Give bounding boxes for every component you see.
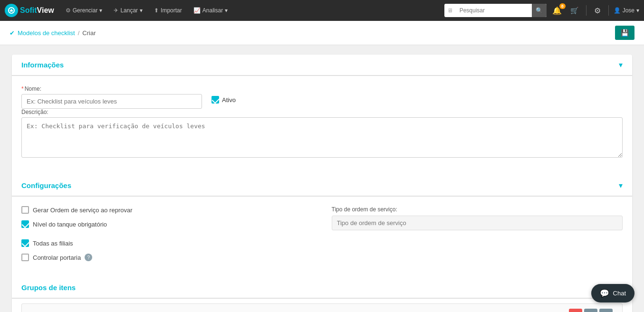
chat-label: Chat [613, 290, 626, 297]
section-grupos-title: Grupos de itens [21, 284, 76, 292]
gerar-ordem-label[interactable]: Gerar Ordem de serviço ao reprovar [33, 207, 133, 214]
nome-required: * [21, 85, 24, 92]
nav-gerenciar[interactable]: ⚙ Gerenciar ▾ [61, 4, 107, 17]
check-gerar-ordem: Gerar Ordem de serviço ao reprovar [21, 206, 313, 214]
nav-divider2 [608, 5, 609, 16]
nome-label: * Nome: [21, 85, 202, 92]
tipo-os-label: Tipo de ordem de serviço: [332, 206, 623, 213]
section-informacoes-toggle[interactable]: ▾ [619, 60, 623, 69]
notification-button[interactable]: 🔔 8 [549, 4, 565, 17]
breadcrumb: ✔ Modelos de checklist / Criar [10, 29, 96, 37]
grupo-row: Grupo 1 🗑 ▲ ▼ [21, 303, 623, 312]
todas-filiais-checkbox[interactable] [21, 239, 29, 247]
check-controlar-portaria: Controlar portaria ? [21, 254, 313, 261]
form-card: Informações ▾ * Nome: Ativo Descrição: [12, 55, 632, 312]
top-navigation: Sofit View ⚙ Gerenciar ▾ ✈ Lançar ▾ ⬆ Im… [0, 0, 644, 21]
breadcrumb-checklist-icon: ✔ [10, 29, 15, 37]
breadcrumb-separator: / [78, 29, 80, 37]
nome-row: * Nome: Ativo [21, 85, 623, 109]
check-nivel-tanque: Nível do tanque obrigatório [21, 220, 313, 228]
config-right: Tipo de ordem de serviço: [332, 206, 623, 268]
config-grid: Gerar Ordem de serviço ao reprovar Nível… [21, 206, 623, 268]
user-icon: 👤 [614, 7, 621, 14]
topnav-right: 🖥 🔍 🔔 8 🛒 ⚙ 👤 Jose ▾ [444, 4, 639, 17]
search-box: 🖥 🔍 [444, 4, 547, 17]
nav-analisar[interactable]: 📈 Analisar ▾ [189, 4, 232, 17]
nav-importar[interactable]: ⬆ Importar [149, 4, 187, 17]
grupo-down-button[interactable]: ▼ [599, 309, 613, 312]
search-input-icon: 🖥 [444, 7, 456, 14]
logo-view: View [37, 6, 54, 15]
logo-sofit: Sofit [20, 6, 37, 15]
cart-button[interactable]: 🛒 [567, 5, 581, 16]
breadcrumb-bar: ✔ Modelos de checklist / Criar 💾 [0, 21, 644, 45]
grupo-up-button[interactable]: ▲ [584, 309, 597, 312]
section-informacoes-header: Informações ▾ [12, 55, 632, 76]
nome-field: * Nome: [21, 85, 202, 109]
nav-divider [586, 5, 586, 16]
section-informacoes-title: Informações [21, 61, 64, 69]
notification-badge: 8 [559, 3, 566, 9]
settings-button[interactable]: ⚙ [591, 4, 604, 17]
section-configuracoes-title: Configurações [21, 181, 71, 189]
descricao-field: Descrição: [21, 109, 623, 159]
save-button[interactable]: 💾 [615, 26, 634, 40]
user-chevron-icon: ▾ [636, 7, 639, 14]
lancar-icon: ✈ [114, 7, 118, 14]
check-todas-filiais: Todas as filiais [21, 239, 313, 247]
config-left: Gerar Ordem de serviço ao reprovar Nível… [21, 206, 313, 268]
ativo-check-group: Ativo [211, 85, 236, 104]
ativo-checkbox[interactable] [211, 96, 219, 104]
breadcrumb-current: Criar [82, 29, 96, 37]
descricao-label: Descrição: [21, 109, 623, 115]
controlar-portaria-label[interactable]: Controlar portaria [33, 254, 81, 261]
ativo-label[interactable]: Ativo [222, 96, 236, 104]
nivel-tanque-label[interactable]: Nível do tanque obrigatório [33, 221, 107, 228]
app-logo: Sofit View [5, 4, 54, 17]
chat-button[interactable]: 💬 Chat [591, 284, 634, 303]
importar-icon: ⬆ [154, 7, 159, 14]
grupo-delete-button[interactable]: 🗑 [569, 309, 582, 312]
descricao-textarea[interactable] [21, 117, 623, 158]
chat-bubble-icon: 💬 [600, 289, 609, 298]
nome-input[interactable] [21, 94, 202, 109]
main-content: Informações ▾ * Nome: Ativo Descrição: [0, 45, 644, 312]
user-name: Jose [623, 7, 634, 14]
section-configuracoes-toggle[interactable]: ▾ [619, 181, 623, 190]
analisar-icon: 📈 [193, 7, 201, 14]
section-configuracoes-header: Configurações ▾ [12, 175, 632, 197]
search-button[interactable]: 🔍 [532, 4, 547, 17]
section-configuracoes-body: Gerar Ordem de serviço ao reprovar Nível… [12, 197, 632, 277]
logo-icon [5, 4, 18, 17]
help-icon: ? [85, 254, 92, 261]
todas-filiais-label[interactable]: Todas as filiais [33, 240, 73, 247]
controlar-portaria-checkbox[interactable] [21, 254, 29, 261]
nav-lancar[interactable]: ✈ Lançar ▾ [109, 4, 147, 17]
breadcrumb-parent-link[interactable]: Modelos de checklist [18, 29, 75, 37]
save-icon: 💾 [621, 29, 629, 37]
gerar-ordem-checkbox[interactable] [21, 206, 29, 214]
tipo-os-input[interactable] [332, 216, 623, 230]
nivel-tanque-checkbox[interactable] [21, 220, 29, 228]
grupo-actions: 🗑 ▲ ▼ [569, 309, 613, 312]
user-menu-button[interactable]: 👤 Jose ▾ [614, 7, 639, 14]
gerenciar-icon: ⚙ [66, 7, 71, 14]
section-informacoes-body: * Nome: Ativo Descrição: [12, 76, 632, 175]
search-input[interactable] [456, 4, 532, 17]
section-grupos-header: Grupos de itens ▾ [12, 277, 632, 299]
